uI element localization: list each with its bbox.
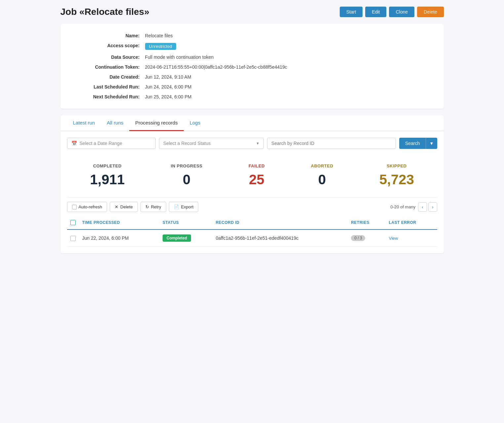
stats-row: COMPLETED 1,911 IN PROGRESS 0 FAILED 25 … [67,157,437,197]
table-toolbar: Auto-refresh ✕ Delete ↻ Retry 📄 Export [67,197,437,216]
access-scope-badge: Unrestricted [145,43,176,50]
stat-in-progress-value: 0 [171,172,203,188]
tab-logs[interactable]: Logs [184,115,207,131]
row-record-id: 0affc1a2-956b-11ef-2e51-ededf400419c [213,229,348,247]
stat-failed-label: FAILED [249,163,265,168]
retry-icon: ↻ [145,204,149,209]
tabs-section: Latest run All runs Processing records L… [60,115,444,253]
page-header: Job «Relocate files» Start Edit Clone De… [60,7,444,17]
stat-in-progress-label: IN PROGRESS [171,163,203,168]
retry-button[interactable]: ↻ Retry [140,202,166,212]
auto-refresh-label: Auto-refresh [79,204,102,209]
status-filter[interactable]: Select a Record Status ▼ [159,138,264,149]
row-checkbox-cell [67,229,79,247]
page-title: Job «Relocate files» [60,7,149,17]
row-status: Completed [159,229,213,247]
continuation-token-row: Continuation Token: 2024-06-21T16:55:55+… [74,64,431,70]
delete-button[interactable]: Delete [417,7,444,17]
stat-failed: FAILED 25 [249,163,265,188]
auto-refresh-button[interactable]: Auto-refresh [67,202,107,212]
toolbar-left: Auto-refresh ✕ Delete ↻ Retry 📄 Export [67,202,199,212]
table-header: TIME PROCESSED STATUS RECORD ID RETRIES … [67,216,437,229]
date-created-value: Jun 12, 2024, 9:10 AM [145,74,191,80]
next-scheduled-label: Next Scheduled Run: [74,94,140,99]
date-range-filter[interactable]: 📅 Select a Date Range [67,138,156,149]
stat-aborted-label: ABORTED [311,163,333,168]
delete-toolbar-button[interactable]: ✕ Delete [110,202,138,212]
calendar-icon: 📅 [71,141,77,146]
retry-label: Retry [151,204,161,209]
continuation-token-value: 2024-06-21T16:55:55+00:00|0affc1a2-956b-… [145,64,287,70]
last-scheduled-value: Jun 24, 2024, 6:00 PM [145,84,192,89]
col-record-id: RECORD ID [213,216,348,229]
search-button[interactable]: Search [399,138,426,149]
row-retries: 0 / 3 [348,229,385,247]
tabs-nav: Latest run All runs Processing records L… [60,115,444,131]
name-label: Name: [74,33,140,38]
tab-latest-run[interactable]: Latest run [67,115,101,131]
table-body: Jun 22, 2024, 6:00 PM Completed 0affc1a2… [67,229,437,247]
col-status: STATUS [159,216,213,229]
stat-completed-label: COMPLETED [90,163,125,168]
tab-content: 📅 Select a Date Range Select a Record St… [60,131,444,253]
row-checkbox[interactable] [70,236,76,241]
stat-skipped: SKIPPED 5,723 [379,163,414,188]
select-all-checkbox[interactable] [70,220,76,225]
access-scope-label: Access scope: [74,43,140,48]
access-scope-row: Access scope: Unrestricted [74,43,431,50]
page-nav: ‹ › [418,202,437,212]
retries-badge: 0 / 3 [351,235,365,241]
chevron-down-icon: ▼ [256,141,259,145]
prev-page-button[interactable]: ‹ [418,202,427,212]
next-scheduled-value: Jun 25, 2024, 6:00 PM [145,94,192,99]
search-button-group: Search ▼ [399,138,437,149]
export-label: Export [181,204,194,209]
stat-aborted-value: 0 [311,172,333,188]
stat-failed-value: 25 [249,172,265,188]
stat-aborted: ABORTED 0 [311,163,333,188]
pagination-info: 0-20 of many ‹ › [390,202,437,212]
row-last-error: View [385,229,437,247]
export-button[interactable]: 📄 Export [169,202,199,212]
filters-row: 📅 Select a Date Range Select a Record St… [67,138,437,149]
table-row: Jun 22, 2024, 6:00 PM Completed 0affc1a2… [67,229,437,247]
date-created-label: Date Created: [74,74,140,80]
tab-all-runs[interactable]: All runs [101,115,129,131]
col-time-processed: TIME PROCESSED [79,216,160,229]
records-table: TIME PROCESSED STATUS RECORD ID RETRIES … [67,216,437,247]
x-icon: ✕ [115,204,118,209]
data-source-row: Data Source: Full mode with continuation… [74,54,431,60]
col-last-error: LAST ERROR [385,216,437,229]
header-buttons: Start Edit Clone Delete [340,7,444,17]
checkbox-icon [72,205,77,209]
stat-skipped-value: 5,723 [379,172,414,188]
job-info-card: Name: Relocate files Access scope: Unres… [60,24,444,109]
status-placeholder: Select a Record Status [163,141,211,146]
clone-button[interactable]: Clone [389,7,414,17]
tab-processing-records[interactable]: Processing records [129,115,183,131]
name-value: Relocate files [145,33,173,38]
last-scheduled-row: Last Scheduled Run: Jun 24, 2024, 6:00 P… [74,84,431,89]
next-page-button[interactable]: › [428,202,437,212]
name-row: Name: Relocate files [74,33,431,38]
last-scheduled-label: Last Scheduled Run: [74,84,140,89]
date-range-placeholder: Select a Date Range [80,141,122,146]
data-source-label: Data Source: [74,54,140,60]
start-button[interactable]: Start [340,7,363,17]
stat-skipped-label: SKIPPED [379,163,414,168]
next-scheduled-row: Next Scheduled Run: Jun 25, 2024, 6:00 P… [74,94,431,99]
stat-completed-value: 1,911 [90,172,125,188]
record-id-search-input[interactable] [267,138,396,149]
view-link[interactable]: View [389,236,398,241]
col-retries: RETRIES [348,216,385,229]
edit-button[interactable]: Edit [365,7,386,17]
row-time-processed: Jun 22, 2024, 6:00 PM [79,229,160,247]
search-dropdown-button[interactable]: ▼ [426,138,437,149]
pagination-text: 0-20 of many [390,204,415,209]
export-icon: 📄 [174,204,179,209]
delete-label: Delete [120,204,133,209]
continuation-token-label: Continuation Token: [74,64,140,70]
data-source-value: Full mode with continuation token [145,54,214,60]
status-badge: Completed [163,234,191,242]
stat-in-progress: IN PROGRESS 0 [171,163,203,188]
